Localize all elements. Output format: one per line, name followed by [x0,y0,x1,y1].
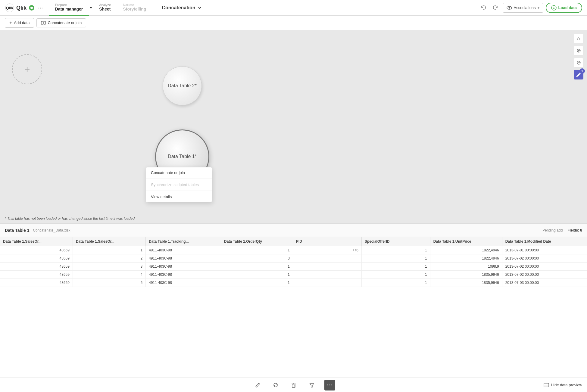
table-cell: 2013-07-02 00:00:00 [502,254,587,263]
delete-bottom-button[interactable] [288,380,299,390]
data-preview: Data Table 1 Concatenate_Data.xlsx Pendi… [0,223,587,392]
preview-table-wrap: Data Table 1.SalesOr...Data Table 1.Sale… [0,237,587,287]
table-cell [293,279,361,287]
hide-data-label: Hide data preview [551,383,582,387]
top-nav: Qlik Qlik ··· Prepare Data manager ▾ Ana… [0,0,587,16]
table-cell: 2 [73,254,145,263]
data-preview-right: Pending add Fields: 8 [542,228,582,232]
refresh-bottom-button[interactable] [270,380,281,390]
table-header-cell: Data Table 1.Tracking... [146,237,221,246]
undo-button[interactable] [479,3,488,13]
data-preview-header: Data Table 1 Concatenate_Data.xlsx Pendi… [0,224,587,237]
table-cell: 4 [73,271,145,279]
edit-bottom-icon [254,382,261,388]
redo-button[interactable] [491,3,500,13]
svg-rect-9 [41,21,43,24]
nav-analyze[interactable]: Analyze Sheet [93,0,117,16]
context-menu-concatenate-join[interactable]: Concatenate or join [146,167,212,178]
nav-prepare-sub: Prepare [55,3,67,7]
svg-point-4 [30,7,33,9]
data-table-2-label: Data Table 2* [168,83,197,89]
add-icon: + [9,20,12,26]
nav-more-button[interactable]: ··· [38,4,43,11]
table-cell: 1098,9 [430,263,502,271]
table-header-cell: Data Table 1.SalesOr... [0,237,73,246]
load-data-label: Load data [558,5,577,10]
table-header-cell: SpecialOfferID [361,237,430,246]
filter-bottom-button[interactable] [306,380,317,390]
table-cell: 4911-403C-98 [146,254,221,263]
table-cell: 43659 [0,279,73,287]
table-cell: 3 [221,254,293,263]
table-cell: 4911-403C-98 [146,263,221,271]
pending-add-badge: Pending add [542,228,563,232]
nav-prepare[interactable]: Prepare Data manager [49,0,89,16]
hide-data-preview-button[interactable]: Hide data preview [544,382,582,388]
table-row: 4365944911-403C-98111835,99462013-07-02 … [0,271,587,279]
table-cell: 1822,4946 [430,254,502,263]
qlik-logo[interactable]: Qlik Qlik [5,3,34,13]
delete-icon [291,382,297,388]
context-menu-sync-scripted: Synchronize scripted tables [146,179,212,190]
table-cell: 2013-07-02 00:00:00 [502,263,587,271]
svg-text:Qlik: Qlik [6,6,14,10]
table-cell: 776 [293,246,361,254]
table-cell: 4911-403C-98 [146,246,221,254]
preview-table: Data Table 1.SalesOr...Data Table 1.Sale… [0,237,587,287]
dropdown-arrow-icon [197,5,202,10]
table-header-cell: Data Table 1.SalesOr... [73,237,145,246]
data-table-1-label: Data Table 1* [168,154,197,159]
context-menu: Concatenate or join Synchronize scripted… [146,167,212,202]
table-cell: 1 [361,271,430,279]
data-table-2-node[interactable]: Data Table 2* [163,66,202,105]
canvas-home-button[interactable]: ⌂ [574,34,583,43]
table-row: 4365924911-403C-98311822,49462013-07-02 … [0,254,587,263]
filter-icon [309,382,315,388]
load-data-button[interactable]: Load data [546,3,582,13]
add-table-circle[interactable]: + [12,54,42,84]
svg-text:Qlik: Qlik [16,5,27,11]
edit-bottom-button[interactable] [252,380,263,390]
table-cell: 5 [73,279,145,287]
canvas-controls: ⌂ ⊕ ⊖ 1 [574,34,583,79]
table-header-cell: PID [293,237,361,246]
table-row: 4365934911-403C-98111098,92013-07-02 00:… [0,263,587,271]
table-cell [293,271,361,279]
context-menu-view-details[interactable]: View details [146,191,212,202]
top-nav-right: Associations ▾ Load data [479,3,582,13]
toolbar: + Add data Concatenate or join [0,16,587,30]
qlik-logo-icon: Qlik [5,3,14,13]
svg-rect-13 [292,384,295,387]
canvas-zoom-in-button[interactable]: ⊕ [574,46,583,55]
associations-dropdown-icon: ▾ [538,6,539,10]
table-cell [293,263,361,271]
table-cell: 4911-403C-98 [146,279,221,287]
concatenation-dropdown-button[interactable]: Concatenation [158,3,205,12]
table-cell: 43659 [0,246,73,254]
table-cell: 3 [73,263,145,271]
table-cell: 1 [361,279,430,287]
zoom-in-icon: ⊕ [576,47,581,54]
context-menu-divider-1 [146,179,212,179]
canvas-zoom-out-button[interactable]: ⊖ [574,58,583,67]
add-table-icon: + [24,64,30,75]
more-bottom-button[interactable]: ··· [324,380,335,390]
table-cell [293,254,361,263]
add-data-button[interactable]: + Add data [5,18,34,28]
add-data-label: Add data [14,20,30,25]
nav-narrate[interactable]: Narrate Storytelling [117,0,152,16]
concatenate-icon [41,20,46,25]
canvas-edit-button[interactable]: 1 [574,70,583,79]
concatenate-join-button[interactable]: Concatenate or join [36,18,86,27]
table-cell: 43659 [0,254,73,263]
concatenation-label: Concatenation [162,5,195,11]
table-cell: 1 [221,246,293,254]
home-icon: ⌂ [577,36,580,41]
qlik-accent-icon [29,5,34,11]
nav-analyze-sub: Analyze [99,3,111,7]
data-manager-dropdown[interactable]: ▾ [89,6,93,10]
table-cell: 4911-403C-98 [146,271,221,279]
table-cell: 1 [361,263,430,271]
data-preview-subtitle: Concatenate_Data.xlsx [33,228,70,232]
associations-button[interactable]: Associations ▾ [503,3,543,13]
